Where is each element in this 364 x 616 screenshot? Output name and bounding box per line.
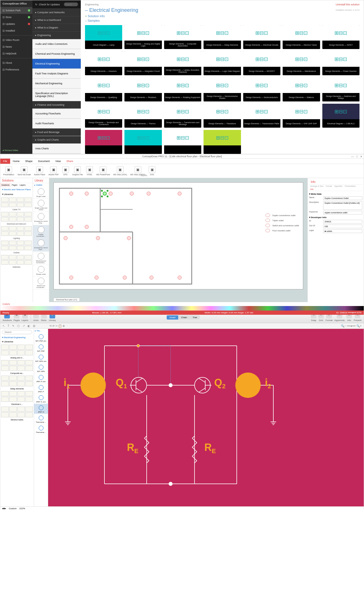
nav-top-3[interactable]: ▸ Engineering	[32, 32, 81, 39]
connector-mode-seg[interactable]: SmartChainTree	[167, 315, 200, 320]
libset-3[interactable]: Outlets	[0, 240, 33, 254]
minimize-button[interactable]: —	[351, 155, 354, 158]
source-i2[interactable]	[235, 373, 261, 398]
sample-card-15[interactable]: ⊞⊟⊡Design Elements — Resistors	[124, 77, 162, 101]
lib-shape-0[interactable]: Single outlet	[33, 187, 49, 199]
ribbon-btn-6[interactable]: ▣HTML	[85, 165, 94, 176]
sample-card-19[interactable]: ⊞⊟⊡Design Elements — Stations	[283, 77, 320, 101]
seg-smart[interactable]: Smart	[167, 315, 178, 320]
circuit-canvas[interactable]: i1 Q1 Q2 i2 RE RE	[48, 329, 364, 506]
nav-cat-0[interactable]: Audio and Video Connectors	[32, 39, 81, 49]
check-updates-button[interactable]: ↻ Check for Updates	[32, 0, 81, 9]
shape-4[interactable]: JFET, P, env	[34, 373, 48, 384]
sidebar-item-2[interactable]: ⊡ Updates	[0, 21, 32, 27]
sample-card-7[interactable]: ⊞⊟⊡Design Elements — Inductors	[85, 51, 122, 75]
seg-chain[interactable]: Chain	[178, 315, 190, 320]
sample-card-0[interactable]: ⊞⊟⊡Circuit Diagram — Lamp	[85, 25, 122, 49]
sample-card-5[interactable]: ⊞⊟⊡Design Elements — Electron Tubes	[283, 25, 320, 49]
shape-7[interactable]: JFET, N	[34, 404, 48, 414]
nav-cat-12[interactable]: Bar Graphs	[32, 154, 81, 154]
shape-0[interactable]: BJT, PNP, env	[34, 333, 48, 343]
sample-card-24[interactable]: ⊞⊟⊡Design Elements — Transistors	[204, 104, 241, 128]
nav-cat-7[interactable]: Accounting Flowcharts	[32, 109, 81, 119]
libset-4[interactable]: Switches	[0, 254, 33, 269]
shape-6[interactable]: JFET, N, env	[34, 394, 48, 404]
sample-card-10[interactable]: ⊞⊟⊡Design Elements — Logic Gate Diagram	[204, 51, 241, 75]
ribbon-btn-1[interactable]: ▣Send via Email	[16, 165, 32, 176]
sample-card-31[interactable]: ⊞⊟⊡	[204, 130, 241, 154]
ribbon-tab-home[interactable]: Home	[10, 159, 23, 164]
libset-2[interactable]: Delay elements	[0, 375, 34, 390]
nav-top-1[interactable]: ▸ What is a Dashboard	[32, 16, 81, 24]
sample-card-27[interactable]: ⊞⊟⊡Electrical Diagram — 2 Bit ALU	[322, 104, 359, 128]
sidebar-item-3[interactable]: ⊡ Installed	[0, 27, 32, 34]
sample-card-30[interactable]: ⊞⊟⊡	[164, 130, 201, 154]
library-current[interactable]: ▸ Outlets	[33, 183, 49, 187]
sample-card-25[interactable]: ⊞⊟⊡Design Elements — Transmission Paths	[243, 104, 280, 128]
sample-card-26[interactable]: ⊞⊟⊡Design Elements — VHF-UHF-SHF	[283, 104, 320, 128]
libset-2[interactable]: Lighting	[0, 225, 33, 240]
ee-group[interactable]: ▾ Electrical Engineering	[0, 335, 34, 340]
lib-shape-7[interactable]: Switch and convenien...	[33, 276, 49, 290]
sample-card-16[interactable]: ⊞⊟⊡Design Elements — Rotating Equipment	[164, 77, 201, 101]
sample-card-4[interactable]: ⊞⊟⊡Design Elements — Electrical Circuits	[243, 25, 280, 49]
sample-card-21[interactable]: ⊞⊟⊡Design Elements — Terminals and Conne…	[85, 104, 122, 128]
sidebar-item-0[interactable]: ⊡ Solution Park	[0, 7, 32, 14]
ribbon-btn-5[interactable]: ▣Graphic File	[71, 165, 84, 176]
ribbon-btn-3[interactable]: ▣Adobe PDF	[47, 165, 60, 176]
keywords-field[interactable]: duplex convenience outlet	[323, 211, 362, 214]
ribbon-btn-0[interactable]: ▣Presentation	[2, 165, 15, 176]
ribbon-tab-file[interactable]: File	[0, 159, 10, 164]
samples-toggle[interactable]: Samples	[85, 19, 359, 22]
uninstall-link[interactable]: Uninstall this solution	[336, 3, 359, 6]
info-tab-1[interactable]: Format	[325, 185, 333, 188]
nav-cat-5[interactable]: Specification and Description Language (…	[32, 88, 81, 101]
sample-card-18[interactable]: ⊞⊟⊡Design Elements — Semiconductors	[243, 77, 280, 101]
search-input[interactable]	[64, 3, 78, 6]
sample-card-23[interactable]: ⊞⊟⊡Design Elements — Transformers and Wi…	[164, 104, 201, 128]
sidebar-item2-2[interactable]: ⊡ HelpDesk	[0, 50, 32, 57]
sample-card-1[interactable]: ⊞⊟⊡Design Elements — Analog and Digital …	[124, 25, 162, 49]
sheet-tab[interactable]: Electrical floor plan (1/1)	[53, 298, 80, 302]
libset-1[interactable]: Composite as...	[0, 359, 34, 375]
ribbon-btn-8[interactable]: ▣MS Visio (VDX)	[112, 165, 129, 176]
sample-card-29[interactable]: ⊞⊟⊡	[124, 130, 162, 154]
info-tab-2[interactable]: Hyperlink	[333, 185, 343, 188]
sidebar-item-1[interactable]: ⊡ Store	[0, 14, 32, 21]
nav-cat-10[interactable]: ▸ Graphs and Charts	[32, 136, 81, 144]
ribbon-btn-10[interactable]: ▣SVG	[147, 165, 157, 176]
ribbon-tab-share[interactable]: Share	[64, 159, 76, 164]
nav-cat-2[interactable]: Electrical Engineering	[32, 59, 81, 69]
name-field[interactable]: Duplex Convenience Outlet	[323, 196, 362, 200]
libset-0[interactable]: Analog and d...	[0, 344, 34, 359]
info-tab-0[interactable]: Arrange & Size	[309, 185, 325, 188]
sample-card-11[interactable]: ⊞⊟⊡Design Elements — MOSFET	[243, 51, 280, 75]
sol-tab-2[interactable]: Layers	[19, 183, 27, 187]
libset-1[interactable]: Electrical and telecom	[0, 211, 33, 225]
libset-3[interactable]: Electrical c...	[0, 390, 34, 406]
nav-top-0[interactable]: ▸ Computer and Networks	[32, 9, 81, 16]
solution-group[interactable]: ▾ Electric and Telecom Plans	[0, 187, 33, 192]
drawing-sheet[interactable]	[53, 182, 303, 289]
lib-shape-6[interactable]: Range outlet	[33, 265, 49, 276]
sample-card-12[interactable]: ⊞⊟⊡Design Elements — Maintenance	[283, 51, 320, 75]
shapes-head[interactable]: ▸ Tra...	[34, 329, 48, 333]
sidebar-item2-0[interactable]: ⊡ Video Room	[0, 37, 32, 43]
shape-5[interactable]: JFET, P	[34, 384, 48, 394]
sample-card-8[interactable]: ⊞⊟⊡Design Elements — Integrated Circuit	[124, 51, 162, 75]
sample-card-2[interactable]: ⊞⊟⊡Design Elements — Composite Assemblie…	[164, 25, 201, 49]
lib-shape-4[interactable]: Emergency circuit dupl...	[33, 238, 49, 252]
nav-cat-8[interactable]: Audit Flowcharts	[32, 119, 81, 128]
info-tab-4[interactable]: Info	[309, 188, 315, 191]
canvas-area[interactable]: Duplex convenience outletTriplex outletS…	[49, 178, 307, 302]
desc-field[interactable]: Duplex Convenience Outlet [Outlets.cdl]	[323, 201, 362, 210]
shape-2[interactable]: BJT, NPN, env	[34, 353, 48, 363]
sample-card-28[interactable]: ⊞⊟⊡	[85, 130, 122, 154]
lib-shape-5[interactable]: Weatherproof convenienc...	[33, 252, 49, 265]
solution-info-toggle[interactable]: Solution info	[85, 14, 359, 18]
maximize-button[interactable]: □	[356, 155, 358, 158]
nav-cat-1[interactable]: Chemical and Process Engineering	[32, 49, 81, 59]
nav-top-2[interactable]: ▸ What is a Diagram	[32, 24, 81, 32]
lib-shape-1[interactable]: Single outlet and switch	[33, 199, 49, 212]
nav-cat-3[interactable]: Fault Tree Analysis Diagrams	[32, 69, 81, 79]
